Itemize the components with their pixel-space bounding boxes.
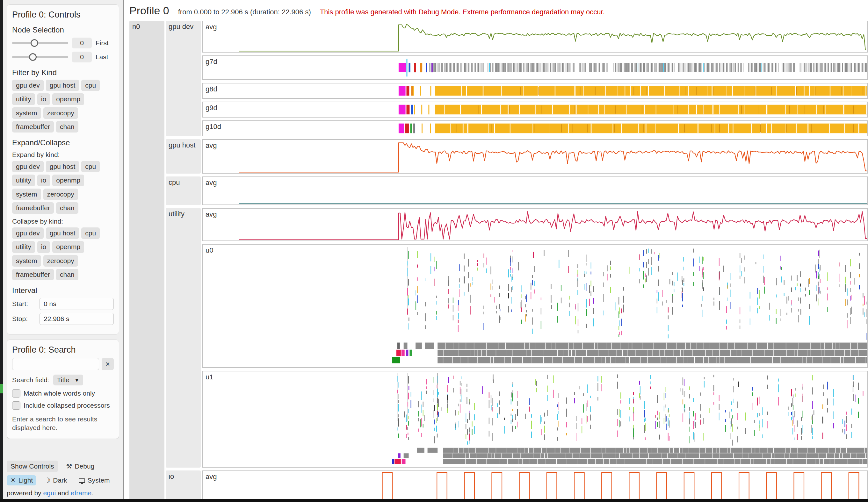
plot-gpu_host_avg[interactable] (239, 139, 868, 174)
row-label-g8d[interactable]: g8d (202, 83, 239, 99)
expand-by-kind-label: Expand by kind: (12, 151, 114, 159)
row-label-u0[interactable]: u0 (202, 244, 239, 368)
expand-kind-system[interactable]: system (12, 189, 41, 200)
row-label-avg[interactable]: avg (202, 208, 239, 241)
debug-toggle[interactable]: ⚒ Debug (63, 461, 98, 471)
plot-g7d[interactable] (239, 55, 868, 80)
search-field-dropdown[interactable]: Title ▼ (53, 375, 83, 385)
expand-kind-zerocopy[interactable]: zerocopy (43, 189, 78, 200)
sun-icon: ☀ (10, 477, 16, 484)
plot-utility_avg[interactable] (239, 208, 868, 241)
interval-stop-row: Stop: 22.906 s (12, 313, 114, 325)
include-collapsed-checkbox[interactable] (12, 401, 20, 410)
plot-gpu_dev_avg[interactable] (239, 21, 868, 53)
group-label-cpu[interactable]: cpu (166, 177, 201, 205)
search-field-row: Search field: Title ▼ (12, 375, 114, 385)
eframe-link[interactable]: eframe (71, 489, 92, 496)
collapse-kind-openmp[interactable]: openmp (52, 241, 84, 253)
row-label-g9d[interactable]: g9d (202, 102, 239, 117)
powered-prefix: powered by (7, 489, 43, 496)
collapse-kind-gpu-host[interactable]: gpu host (46, 228, 79, 239)
node-first-slider-knob[interactable] (31, 39, 38, 47)
expand-kind-gpu-dev[interactable]: gpu dev (12, 161, 44, 172)
show-controls-button[interactable]: Show Controls (7, 461, 58, 472)
collapse-kind-io[interactable]: io (37, 241, 50, 253)
collapse-kind-gpu-dev[interactable]: gpu dev (12, 228, 44, 239)
row-label-avg[interactable]: avg (202, 470, 239, 502)
collapse-kind-utility[interactable]: utility (12, 241, 35, 253)
search-panel-title: Profile 0: Search (12, 345, 114, 355)
filter-kind-gpu-host[interactable]: gpu host (46, 80, 79, 91)
filter-kind-openmp[interactable]: openmp (52, 93, 84, 105)
row-label-avg[interactable]: avg (202, 139, 239, 174)
timeline-row-gpu_dev_avg: avg (202, 21, 868, 53)
row-label-avg[interactable]: avg (202, 21, 239, 53)
node-label[interactable]: n0 (130, 21, 164, 502)
controls-panel: Profile 0: Controls Node Selection 0 Fir… (7, 4, 119, 334)
filter-kind-framebuffer[interactable]: framebuffer (12, 121, 54, 133)
row-label-g7d[interactable]: g7d (202, 55, 239, 80)
theme-system-button[interactable]: System (75, 475, 113, 485)
filter-kind-gpu-dev[interactable]: gpu dev (12, 80, 44, 91)
plot-cpu_avg[interactable] (239, 177, 868, 205)
row-label-g10d[interactable]: g10d (202, 121, 239, 136)
collapse-kind-cpu[interactable]: cpu (81, 228, 100, 239)
egui-link[interactable]: egui (43, 489, 56, 496)
plot-g10d[interactable] (239, 121, 868, 136)
footer-row-1: Show Controls ⚒ Debug (7, 461, 119, 472)
node-first-value[interactable]: 0 (72, 38, 92, 49)
chevron-down-icon: ▼ (74, 377, 79, 383)
collapse-kind-zerocopy[interactable]: zerocopy (43, 255, 78, 266)
expand-kind-io[interactable]: io (37, 175, 50, 186)
filter-kind-chan[interactable]: chan (56, 121, 79, 133)
filter-kind-system[interactable]: system (12, 107, 41, 119)
expand-kind-cpu[interactable]: cpu (81, 161, 100, 172)
expand-kind-chan[interactable]: chan (56, 202, 79, 214)
plot-u1[interactable] (239, 371, 868, 468)
expand-kind-framebuffer[interactable]: framebuffer (12, 202, 54, 214)
row-label-u1[interactable]: u1 (202, 371, 239, 468)
node-last-value[interactable]: 0 (72, 52, 92, 62)
expand-kind-utility[interactable]: utility (12, 175, 35, 186)
collapse-kind-chan[interactable]: chan (56, 269, 79, 280)
plot-u0[interactable] (239, 244, 868, 368)
collapse-kind-buttons: gpu devgpu hostcpuutilityioopenmpsystemz… (12, 228, 114, 280)
plot-g8d[interactable] (239, 83, 868, 99)
debug-mode-warning: This profile was generated with Debug Mo… (320, 8, 605, 16)
row-label-avg[interactable]: avg (202, 177, 239, 205)
match-whole-words-checkbox[interactable] (12, 389, 20, 398)
theme-light-button[interactable]: ☀ Light (7, 475, 36, 485)
group-label-gpu-dev[interactable]: gpu dev (166, 21, 201, 136)
filter-kind-cpu[interactable]: cpu (81, 80, 100, 91)
group-rows-gpu-dev: avgg7dg8dg9dg10d (202, 21, 868, 136)
group-label-utility[interactable]: utility (166, 208, 201, 468)
expand-kind-openmp[interactable]: openmp (52, 175, 84, 186)
interval-stop-input[interactable]: 22.906 s (40, 313, 114, 325)
collapse-kind-framebuffer[interactable]: framebuffer (12, 269, 54, 280)
filter-kind-utility[interactable]: utility (12, 93, 35, 105)
group-label-gpu-host[interactable]: gpu host (166, 139, 201, 174)
interval-start-input[interactable]: 0 ns (40, 298, 114, 310)
group-rows-io: avg (202, 470, 868, 502)
filter-kind-io[interactable]: io (37, 93, 50, 105)
group-label-io[interactable]: io (166, 470, 201, 502)
node-first-slider[interactable] (12, 42, 68, 44)
search-input[interactable] (12, 358, 99, 370)
node-last-slider-knob[interactable] (29, 53, 37, 61)
theme-dark-button[interactable]: ☽ Dark (41, 475, 70, 485)
node-last-slider[interactable] (12, 56, 68, 58)
plot-io_avg[interactable] (239, 470, 868, 502)
collapse-kind-system[interactable]: system (12, 255, 41, 266)
search-clear-button[interactable]: × (102, 358, 114, 370)
include-collapsed-label: Include collapsed processors (23, 402, 110, 409)
group-rows-cpu: avg (202, 177, 868, 205)
theme-light-label: Light (19, 477, 33, 484)
timeline-group-gpu-host: gpu hostavg (166, 139, 868, 174)
filter-kind-zerocopy[interactable]: zerocopy (43, 107, 78, 119)
timeline: n0 gpu devavgg7dg8dg9dg10dgpu hostavgcpu… (130, 21, 868, 502)
plot-g9d[interactable] (239, 102, 868, 117)
left-edge-strip (0, 0, 3, 502)
interval-heading: Interval (12, 286, 114, 295)
sidebar-footer: Show Controls ⚒ Debug ☀ Light ☽ Dark Sys… (7, 457, 119, 497)
expand-kind-gpu-host[interactable]: gpu host (46, 161, 79, 172)
